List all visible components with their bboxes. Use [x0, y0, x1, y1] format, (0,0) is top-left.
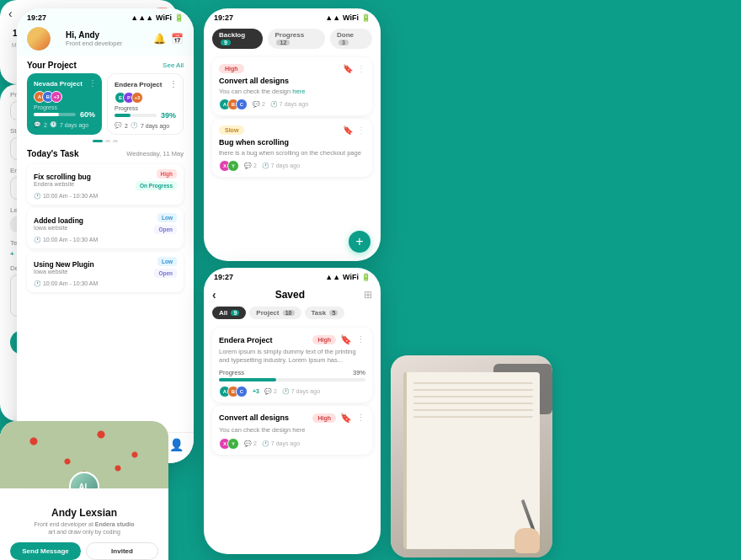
add-task-button[interactable]: + — [349, 231, 370, 253]
task-site: Endera website — [34, 181, 91, 187]
comment-icon: 💬 — [34, 121, 41, 128]
see-all-link[interactable]: See All — [163, 61, 184, 69]
tab-backlog[interactable]: Backlog 9 — [212, 29, 263, 49]
time-1: 19:27 — [27, 13, 46, 22]
bookmark-icon[interactable]: 🔖 — [340, 413, 352, 424]
projects-section-header: Your Project See All — [17, 56, 194, 73]
phone-tasklist: 19:27 ▲▲ WiFi 🔋 Backlog 9 Progress 12 Do… — [204, 8, 381, 261]
task-time: 🕐 10:00 Am - 10:30 AM — [34, 280, 177, 287]
card-desc: You can check the design here — [219, 88, 365, 95]
nav-profile-icon[interactable]: 👤 — [169, 438, 184, 456]
bookmark-icon[interactable]: 🔖 — [343, 125, 353, 135]
back-button[interactable]: ‹ — [8, 7, 13, 20]
card-right: High 🔖 ⋮ — [312, 334, 365, 345]
more-icon[interactable]: ⋮ — [357, 125, 365, 135]
profile-actions: Send Message Invited — [10, 542, 158, 560]
avatar-3: +3 — [131, 92, 143, 104]
card-desc: there is a bug when scrolling on the che… — [219, 149, 365, 157]
project-desc: You can check the design here — [219, 426, 365, 435]
project-card-endera[interactable]: Endera Project ⋮ E P +3 Progress 39% 💬2 … — [107, 73, 184, 135]
time-3: 19:27 — [214, 13, 233, 22]
project-avatars: A B +3 — [34, 91, 95, 103]
task-name: Using New Plugin — [34, 260, 94, 269]
tab-done[interactable]: Done 3 — [330, 29, 372, 49]
tasks-header: Today's Task Wednesday, 11 May — [17, 146, 194, 161]
task-card-1[interactable]: High 🔖 ⋮ Convert all designs You can che… — [212, 57, 372, 115]
task-item-2[interactable]: Added loading Iowa website Low Open 🕐 10… — [27, 208, 184, 248]
progress-count: 12 — [276, 40, 290, 45]
card-top: High 🔖 ⋮ — [219, 64, 365, 73]
project-name: Endera Project — [115, 81, 176, 88]
header-icons: 🔔 📅 — [153, 33, 184, 45]
card-title: Bug when scrolling — [219, 138, 365, 147]
task-item-3[interactable]: Using New Plugin Iowa website Low Open 🕐… — [27, 252, 184, 292]
card-top: Slow 🔖 ⋮ — [219, 125, 365, 135]
tab-all[interactable]: All 9 — [212, 307, 246, 319]
project-meta: 💬2 🕐7 days ago — [115, 122, 176, 129]
design-link[interactable]: here — [292, 88, 305, 95]
status-badge: Open — [154, 269, 177, 278]
profile-body: Andy Lexsian Front end developer at Ende… — [0, 488, 168, 560]
send-message-button[interactable]: Send Message — [10, 542, 81, 560]
priority-badge: Low — [157, 213, 177, 222]
back-button[interactable]: ‹ — [212, 288, 216, 301]
avatar-2: Y — [227, 160, 239, 172]
progress-row: Progress 39% — [219, 369, 365, 376]
backlog-count: 9 — [221, 40, 231, 45]
progress-value: 39% — [161, 111, 176, 120]
card-top: Endera Project High 🔖 ⋮ — [219, 334, 365, 345]
task-info: Using New Plugin Iowa website — [34, 260, 94, 275]
project-card-1[interactable]: Endera Project High 🔖 ⋮ Lorem ipsum is s… — [212, 328, 372, 403]
saved-title: Saved — [223, 289, 357, 301]
card-avatars: A B C — [219, 99, 248, 110]
projects-title: Your Project — [27, 61, 77, 70]
notebook-lines — [407, 372, 540, 433]
task-item-1[interactable]: Fix scrolling bug Endera website High On… — [27, 164, 184, 205]
more-icon[interactable]: ⋮ — [357, 64, 365, 73]
avatars: X Y — [219, 438, 239, 450]
comment-icon: 💬 2 — [253, 101, 265, 108]
tab-task[interactable]: Task 5 — [305, 307, 345, 319]
profile-tagline: Front end developer at Endera studioart … — [10, 520, 158, 536]
bookmark-icon[interactable]: 🔖 — [343, 64, 353, 73]
line — [413, 396, 533, 397]
line — [413, 403, 533, 404]
tab-project[interactable]: Project 10 — [249, 307, 301, 319]
project-menu-icon[interactable]: ⋮ — [88, 78, 97, 88]
project-menu-icon[interactable]: ⋮ — [169, 79, 178, 88]
tab-progress[interactable]: Progress 12 — [268, 29, 325, 49]
badge-high: High — [312, 335, 336, 344]
dot-2 — [105, 140, 110, 142]
task-badges: Low Open — [154, 257, 177, 278]
avatar — [27, 27, 51, 51]
avatar-3: C — [236, 99, 248, 110]
progress-value: 60% — [80, 110, 95, 119]
avatar-3: +3 — [51, 91, 62, 103]
plus-icon: + — [10, 250, 14, 258]
user-role: Front end developer — [66, 40, 122, 47]
hand — [514, 528, 540, 553]
comment-icon: 💬 2 — [244, 163, 257, 169]
desk-background — [391, 355, 552, 557]
bookmark-icon[interactable]: 🔖 — [340, 334, 352, 345]
project-name: Nevada Project — [34, 80, 95, 88]
notification-icon[interactable]: 🔔 — [153, 33, 166, 45]
more-icon[interactable]: ⋮ — [356, 334, 365, 345]
dot-1 — [93, 140, 103, 142]
project-card-nevada[interactable]: Nevada Project ⋮ A B +3 Progress 60% 💬2 … — [27, 73, 102, 135]
more-icon[interactable]: ⋮ — [356, 413, 365, 424]
task-badges: Low Open — [154, 213, 177, 234]
calendar-icon[interactable]: 📅 — [171, 33, 184, 45]
status-icons: ▲▲ WiFi 🔋 — [325, 13, 370, 22]
avatar-3: C — [236, 386, 248, 397]
comment-icon: 💬 — [115, 122, 122, 129]
invited-button[interactable]: Invited — [86, 542, 158, 560]
avatar-2: Y — [227, 438, 239, 450]
project-card-2[interactable]: Convert all designs High 🔖 ⋮ You can che… — [212, 406, 372, 456]
priority-badge: High — [157, 169, 177, 179]
profile-hero: AL — [0, 421, 168, 488]
task-card-2[interactable]: Slow 🔖 ⋮ Bug when scrolling there is a b… — [212, 119, 372, 177]
line — [413, 416, 533, 418]
filter-icon[interactable]: ⊞ — [364, 289, 372, 301]
task-time: 🕐 10:00 Am - 10:30 AM — [34, 237, 177, 243]
